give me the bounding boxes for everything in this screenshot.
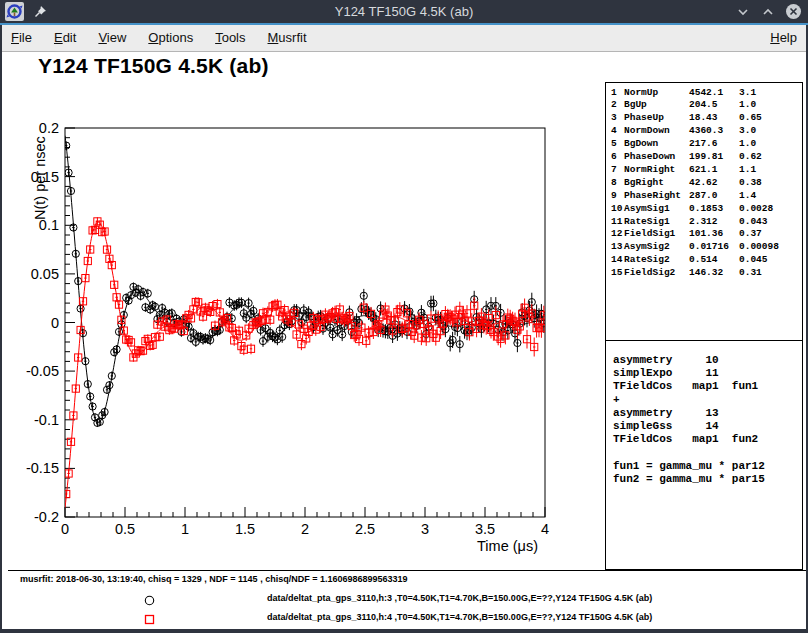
parameter-row: 1NormUp4542.13.1 bbox=[606, 87, 802, 100]
param-number: 8 bbox=[611, 177, 617, 188]
menubar: FileEditViewOptionsToolsMusrfitHelp bbox=[0, 25, 808, 52]
svg-text:-0.05: -0.05 bbox=[26, 363, 59, 379]
parameter-row: 12FieldSig1101.360.37 bbox=[606, 228, 802, 241]
legend-marker-open-circle-icon bbox=[144, 592, 155, 603]
svg-text:4: 4 bbox=[541, 521, 549, 537]
root-canvas[interactable]: Y124 TF150G 4.5K (ab) 00.511.522.533.540… bbox=[0, 52, 808, 629]
param-error: 0.62 bbox=[739, 151, 762, 162]
param-value: 0.01716 bbox=[689, 241, 729, 252]
parameter-row: 15FieldSig2146.320.31 bbox=[606, 267, 802, 280]
param-number: 5 bbox=[611, 138, 617, 149]
param-value: 146.32 bbox=[689, 267, 723, 278]
menu-item-help[interactable]: Help bbox=[759, 25, 808, 52]
parameter-row: 8BgRight42.620.38 bbox=[606, 177, 802, 190]
param-number: 10 bbox=[611, 203, 622, 214]
svg-text:2.5: 2.5 bbox=[355, 521, 375, 537]
param-error: 0.045 bbox=[739, 254, 768, 265]
window-border-left bbox=[0, 25, 2, 629]
close-button[interactable] bbox=[784, 3, 802, 21]
param-value: 287.0 bbox=[689, 190, 718, 201]
menu-item-view[interactable]: View bbox=[87, 25, 137, 52]
maximize-button[interactable] bbox=[759, 3, 777, 21]
param-error: 0.043 bbox=[739, 216, 768, 227]
param-name: AsymSig2 bbox=[624, 241, 670, 252]
param-error: 3.1 bbox=[739, 87, 756, 98]
parameter-row: 4NormDown4360.33.0 bbox=[606, 125, 802, 138]
svg-text:N(t) per nsec: N(t) per nsec bbox=[32, 136, 48, 220]
param-value: 2.312 bbox=[689, 216, 718, 227]
param-name: PhaseUp bbox=[624, 112, 664, 123]
param-number: 7 bbox=[611, 164, 617, 175]
param-value: 0.1853 bbox=[689, 203, 723, 214]
param-value: 4360.3 bbox=[689, 125, 723, 136]
param-error: 1.1 bbox=[739, 164, 756, 175]
param-error: 0.37 bbox=[739, 228, 762, 239]
param-name: BgDown bbox=[624, 138, 658, 149]
legend-entry: data/deltat_pta_gps_3110,h:3 ,T0=4.50K,T… bbox=[0, 592, 808, 604]
param-value: 621.1 bbox=[689, 164, 718, 175]
param-error: 1.0 bbox=[739, 138, 756, 149]
menu-item-musrfit[interactable]: Musrfit bbox=[257, 25, 318, 52]
menu-item-tools[interactable]: Tools bbox=[204, 25, 256, 52]
menu-item-file[interactable]: File bbox=[0, 25, 43, 52]
svg-text:-0.15: -0.15 bbox=[26, 460, 59, 476]
legend-label: data/deltat_pta_gps_3110,h:3 ,T0=4.50K,T… bbox=[267, 593, 652, 603]
param-name: NormRight bbox=[624, 164, 675, 175]
param-name: RateSig2 bbox=[624, 254, 670, 265]
param-name: AsymSig1 bbox=[624, 203, 670, 214]
svg-text:0.05: 0.05 bbox=[31, 266, 59, 282]
fit-parameter-panel: 1NormUp4542.13.12BgUp204.51.03PhaseUp18.… bbox=[605, 82, 803, 341]
param-value: 204.5 bbox=[689, 99, 718, 110]
legend-marker-open-square-icon bbox=[144, 611, 155, 622]
param-number: 4 bbox=[611, 125, 617, 136]
param-number: 13 bbox=[611, 241, 622, 252]
param-name: BgUp bbox=[624, 99, 647, 110]
parameter-row: 10AsymSig10.18530.0028 bbox=[606, 203, 802, 216]
svg-text:3: 3 bbox=[421, 521, 429, 537]
app-window: Y124 TF150G 4.5K (ab) FileEditViewOption… bbox=[0, 0, 808, 633]
param-value: 18.43 bbox=[689, 112, 718, 123]
param-name: NormUp bbox=[624, 87, 658, 98]
param-value: 0.514 bbox=[689, 254, 718, 265]
fit-info-line: musrfit: 2018-06-30, 13:19:40, chisq = 1… bbox=[20, 574, 407, 584]
param-error: 0.0028 bbox=[739, 203, 773, 214]
parameter-row: 13AsymSig20.017160.00098 bbox=[606, 241, 802, 254]
svg-text:0: 0 bbox=[61, 521, 69, 537]
param-error: 0.00098 bbox=[739, 241, 779, 252]
param-error: 0.31 bbox=[739, 267, 762, 278]
param-name: RateSig1 bbox=[624, 216, 670, 227]
parameter-row: 2BgUp204.51.0 bbox=[606, 99, 802, 112]
menu-item-edit[interactable]: Edit bbox=[43, 25, 87, 52]
param-value: 101.36 bbox=[689, 228, 723, 239]
minimize-button[interactable] bbox=[734, 3, 752, 21]
svg-text:1: 1 bbox=[181, 521, 189, 537]
param-value: 42.62 bbox=[689, 177, 718, 188]
svg-text:3.5: 3.5 bbox=[475, 521, 495, 537]
param-error: 3.0 bbox=[739, 125, 756, 136]
svg-text:1.5: 1.5 bbox=[235, 521, 255, 537]
parameter-row: 14RateSig20.5140.045 bbox=[606, 254, 802, 267]
param-value: 4542.1 bbox=[689, 87, 723, 98]
titlebar[interactable]: Y124 TF150G 4.5K (ab) bbox=[0, 0, 808, 23]
parameter-row: 11RateSig12.3120.043 bbox=[606, 216, 802, 229]
legend-entry: data/deltat_pta_gps_3110,h:4 ,T0=4.50K,T… bbox=[0, 611, 808, 623]
parameter-row: 9PhaseRight287.01.4 bbox=[606, 190, 802, 203]
menu-item-options[interactable]: Options bbox=[137, 25, 204, 52]
parameter-row: 7NormRight621.11.1 bbox=[606, 164, 802, 177]
param-name: PhaseDown bbox=[624, 151, 675, 162]
param-number: 14 bbox=[611, 254, 622, 265]
param-name: FieldSig1 bbox=[624, 228, 675, 239]
parameter-row: 5BgDown217.61.0 bbox=[606, 138, 802, 151]
param-number: 9 bbox=[611, 190, 617, 201]
param-error: 0.65 bbox=[739, 112, 762, 123]
window-border-bottom bbox=[0, 629, 808, 633]
param-value: 199.81 bbox=[689, 151, 723, 162]
param-value: 217.6 bbox=[689, 138, 718, 149]
svg-text:0: 0 bbox=[51, 315, 59, 331]
window-title: Y124 TF150G 4.5K (ab) bbox=[0, 0, 808, 23]
footer-separator-line bbox=[8, 570, 806, 571]
param-number: 15 bbox=[611, 267, 622, 278]
parameter-row: 6PhaseDown199.810.62 bbox=[606, 151, 802, 164]
param-number: 11 bbox=[611, 216, 622, 227]
param-error: 0.38 bbox=[739, 177, 762, 188]
